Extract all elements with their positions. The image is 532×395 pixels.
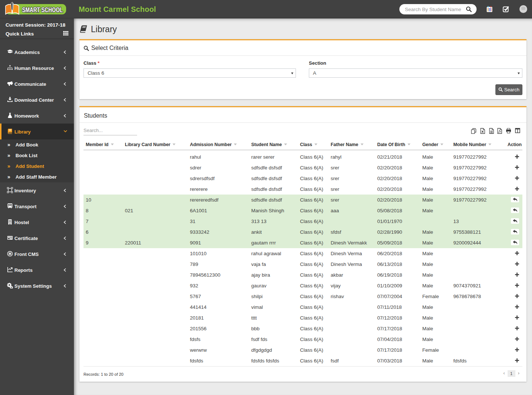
svg-text:SMART SCHOOL: SMART SCHOOL (22, 6, 63, 14)
